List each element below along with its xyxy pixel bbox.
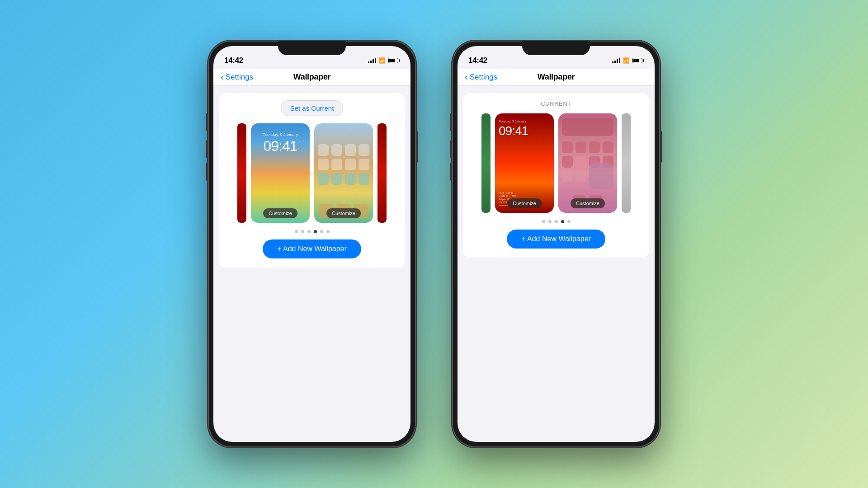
nav-bar-1: ‹ Settings Wallpaper	[213, 69, 410, 86]
lock-date-2: Tuesday, 9 January	[499, 120, 526, 123]
phone-1: 14:42 📶 ‹ Settings W	[208, 41, 416, 447]
status-time-1: 14:42	[224, 56, 243, 65]
wifi-icon-1: 📶	[379, 57, 386, 64]
lock-date-1: Tuesday, 9 January	[263, 132, 298, 137]
page-dots-1	[295, 230, 330, 233]
add-wallpaper-btn-2[interactable]: + Add New Wallpaper	[507, 230, 605, 249]
phone-2: 14:42 📶 ‹ Settings W	[452, 41, 660, 447]
content-1: Set as Current Tuesday, 9 January 09:41 …	[213, 86, 410, 275]
content-2: CURRENT Tuesday, 9 January 09:41 AAPL 1	[458, 86, 655, 265]
notch-2	[522, 41, 590, 55]
lock-red-content: Tuesday, 9 January 09:41 AAPL 164.94 ▲ B…	[495, 113, 554, 213]
side-peek-right-2	[622, 113, 631, 213]
dot-1-5	[320, 230, 323, 233]
lock-customize-btn-1[interactable]: Customize	[263, 208, 297, 218]
back-button-2[interactable]: ‹ Settings	[465, 72, 497, 82]
screen-2: 14:42 📶 ‹ Settings W	[458, 46, 655, 442]
dot-1-1	[295, 230, 298, 233]
side-peek-left-2	[481, 113, 491, 213]
status-time-2: 14:42	[468, 56, 487, 65]
home-screen-preview-2[interactable]: Customize	[558, 113, 617, 213]
lock-screen-preview-2[interactable]: Tuesday, 9 January 09:41 AAPL 164.94 ▲ B…	[495, 113, 554, 213]
battery-icon-1	[388, 58, 400, 63]
chevron-left-icon-2: ‹	[465, 72, 468, 82]
back-label-1: Settings	[226, 73, 253, 82]
page-title-1: Wallpaper	[293, 72, 331, 82]
side-peek-right-1	[377, 123, 387, 223]
current-label: CURRENT	[541, 100, 571, 107]
back-label-2: Settings	[470, 73, 497, 82]
dot-1-2	[301, 230, 304, 233]
dot-2-1	[542, 220, 545, 223]
app-row-1	[318, 144, 369, 156]
home-pink-content	[558, 113, 617, 213]
dot-1-4	[314, 230, 317, 233]
add-wallpaper-btn-1[interactable]: + Add New Wallpaper	[263, 239, 361, 258]
home-customize-btn-1[interactable]: Customize	[326, 208, 361, 218]
wallpaper-scroll-2[interactable]: Tuesday, 9 January 09:41 AAPL 164.94 ▲ B…	[481, 113, 631, 213]
dot-2-4	[561, 220, 564, 223]
signal-icon-1	[368, 58, 376, 63]
status-icons-1: 📶	[368, 57, 400, 64]
status-icons-2: 📶	[612, 57, 644, 64]
home-screen-preview-1[interactable]: Customize	[314, 123, 373, 223]
dot-2-5	[567, 220, 571, 223]
dot-2-2	[548, 220, 552, 223]
page-dots-2	[542, 220, 571, 223]
phones-container: 14:42 📶 ‹ Settings W	[208, 41, 660, 447]
dot-2-3	[555, 220, 558, 223]
notch-1	[278, 41, 346, 55]
lock-time-2: 09:41	[499, 124, 528, 138]
battery-icon-2	[632, 58, 644, 63]
app-row-p3	[562, 170, 613, 189]
back-button-1[interactable]: ‹ Settings	[221, 72, 253, 82]
dot-1-6	[326, 230, 330, 233]
lock-content-1: Tuesday, 9 January 09:41	[251, 123, 310, 223]
lock-time-1: 09:41	[263, 138, 297, 155]
app-row-p1	[562, 141, 613, 153]
chevron-left-icon-1: ‹	[221, 72, 224, 82]
lock-customize-btn-2[interactable]: Customize	[507, 198, 542, 208]
app-row-2	[318, 159, 369, 170]
signal-icon-2	[612, 58, 620, 63]
screen-1: 14:42 📶 ‹ Settings W	[213, 46, 410, 442]
dot-1-3	[307, 230, 311, 233]
nav-bar-2: ‹ Settings Wallpaper	[458, 69, 655, 86]
home-content-1	[314, 123, 373, 223]
lock-screen-preview-1[interactable]: Tuesday, 9 January 09:41 Customize	[251, 123, 310, 223]
set-current-pill[interactable]: Set as Current	[281, 100, 344, 116]
page-title-2: Wallpaper	[538, 72, 575, 82]
home-customize-btn-2[interactable]: Customize	[571, 198, 605, 208]
wallpaper-card-2: CURRENT Tuesday, 9 January 09:41 AAPL 1	[463, 93, 649, 258]
app-row-3	[318, 173, 369, 185]
wifi-icon-2: 📶	[623, 57, 630, 64]
wallpaper-scroll-1[interactable]: Tuesday, 9 January 09:41 Customize	[237, 123, 387, 223]
side-peek-left-1	[237, 123, 246, 223]
wallpaper-card-1: Set as Current Tuesday, 9 January 09:41 …	[219, 93, 405, 267]
